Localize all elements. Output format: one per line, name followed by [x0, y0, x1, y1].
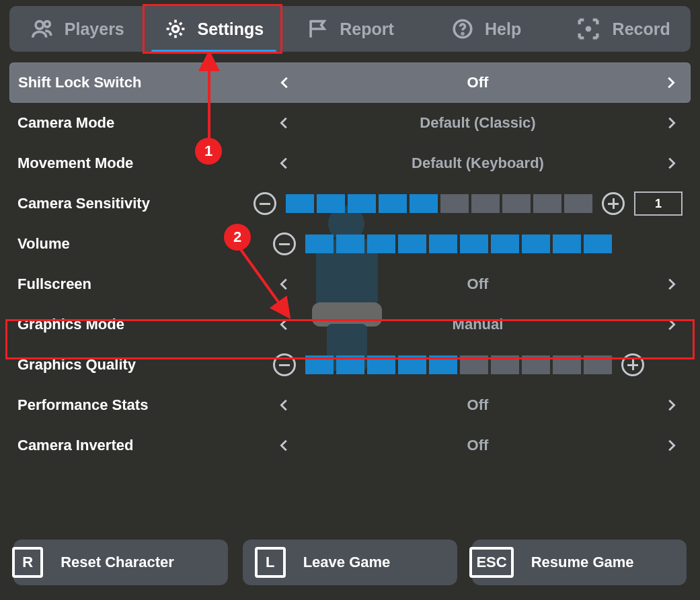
row-performance-stats-value[interactable]: Off	[296, 396, 660, 414]
graphics-quality-slider	[273, 353, 683, 376]
volume-slots[interactable]	[305, 234, 612, 253]
slider-slot[interactable]	[336, 355, 364, 374]
row-camera-mode-value[interactable]: Default (Classic)	[296, 114, 660, 132]
camera-sensitivity-slots[interactable]	[286, 194, 592, 213]
svg-point-1	[44, 22, 50, 28]
graphics-quality-slots[interactable]	[305, 355, 612, 374]
tab-report-label: Report	[340, 19, 394, 39]
svg-point-0	[36, 22, 43, 29]
slider-slot[interactable]	[460, 234, 488, 253]
chevron-left-icon[interactable]	[273, 152, 296, 175]
slider-slot[interactable]	[398, 355, 426, 374]
row-camera-mode-label: Camera Mode	[17, 114, 273, 132]
slider-slot[interactable]	[460, 355, 488, 374]
chevron-right-icon[interactable]	[660, 394, 683, 417]
slider-slot[interactable]	[429, 355, 457, 374]
row-shift-lock-label: Shift Lock Switch	[18, 74, 274, 91]
camera-sensitivity-number[interactable]: 1	[634, 191, 683, 216]
tab-report[interactable]: Report	[282, 6, 418, 52]
tab-settings[interactable]: Settings	[146, 6, 282, 52]
chevron-right-icon[interactable]	[660, 434, 683, 457]
row-camera-mode-control: Default (Classic)	[273, 112, 683, 134]
slider-slot[interactable]	[522, 355, 550, 374]
slider-slot[interactable]	[491, 355, 519, 374]
row-shift-lock-value[interactable]: Off	[297, 74, 659, 91]
resume-game-button[interactable]: ESC Resume Game	[472, 540, 687, 585]
slider-slot[interactable]	[286, 194, 314, 213]
svg-point-5	[585, 26, 591, 32]
row-fullscreen-label: Fullscreen	[17, 275, 273, 293]
row-fullscreen-value[interactable]: Off	[296, 275, 660, 293]
slider-slot[interactable]	[398, 234, 426, 253]
chevron-left-icon[interactable]	[274, 71, 297, 94]
chevron-right-icon[interactable]	[659, 71, 682, 94]
row-shift-lock-control: Off	[274, 71, 682, 94]
slider-slot[interactable]	[379, 194, 407, 213]
slider-slot[interactable]	[317, 194, 345, 213]
tab-players[interactable]: Players	[9, 6, 146, 52]
plus-icon[interactable]	[602, 192, 625, 215]
slider-slot[interactable]	[564, 194, 592, 213]
slider-slot[interactable]	[348, 194, 376, 213]
slider-slot[interactable]	[491, 234, 519, 253]
slider-slot[interactable]	[367, 234, 395, 253]
slider-slot[interactable]	[471, 194, 500, 213]
minus-icon[interactable]	[273, 353, 296, 376]
row-movement-mode-control: Default (Keyboard)	[273, 152, 683, 175]
slider-slot[interactable]	[553, 355, 581, 374]
row-volume: Volume	[9, 224, 691, 264]
settings-list: Shift Lock Switch Off Camera Mode Defaul…	[9, 62, 691, 466]
row-movement-mode: Movement Mode Default (Keyboard)	[9, 143, 691, 183]
chevron-left-icon[interactable]	[273, 434, 296, 457]
slider-slot[interactable]	[584, 234, 612, 253]
slider-slot[interactable]	[553, 234, 581, 253]
slider-slot[interactable]	[336, 234, 364, 253]
row-graphics-mode-label: Graphics Mode	[17, 316, 273, 333]
slider-slot[interactable]	[429, 234, 457, 253]
resume-game-label: Resume Game	[531, 554, 634, 571]
players-icon	[31, 17, 54, 40]
minus-icon[interactable]	[273, 232, 296, 255]
slider-slot[interactable]	[522, 234, 550, 253]
chevron-right-icon[interactable]	[660, 152, 683, 175]
tab-players-label: Players	[65, 19, 124, 39]
slider-slot[interactable]	[305, 355, 334, 374]
slider-slot[interactable]	[584, 355, 612, 374]
record-icon	[575, 15, 602, 42]
gear-icon	[164, 17, 187, 40]
row-performance-stats: Performance Stats Off	[9, 385, 691, 425]
row-graphics-mode-value[interactable]: Manual	[296, 316, 660, 333]
chevron-right-icon[interactable]	[660, 112, 683, 134]
row-fullscreen: Fullscreen Off	[9, 264, 691, 304]
slider-slot[interactable]	[305, 234, 334, 253]
plus-icon[interactable]	[621, 353, 644, 376]
row-camera-inverted-control: Off	[273, 434, 683, 457]
chevron-left-icon[interactable]	[273, 313, 296, 336]
tab-help[interactable]: Help	[418, 6, 555, 52]
slider-slot[interactable]	[440, 194, 469, 213]
key-r: R	[12, 547, 43, 578]
reset-character-button[interactable]: R Reset Character	[13, 540, 228, 585]
row-camera-inverted-label: Camera Inverted	[17, 437, 273, 454]
tab-record[interactable]: Record	[554, 6, 691, 52]
slider-slot[interactable]	[533, 194, 561, 213]
slider-slot[interactable]	[410, 194, 438, 213]
chevron-left-icon[interactable]	[273, 394, 296, 417]
slider-slot[interactable]	[502, 194, 531, 213]
key-esc: ESC	[469, 547, 513, 578]
minus-icon[interactable]	[254, 192, 276, 215]
tab-record-label: Record	[613, 19, 670, 39]
chevron-right-icon[interactable]	[660, 313, 683, 336]
leave-game-button[interactable]: L Leave Game	[243, 540, 457, 585]
help-icon	[451, 17, 474, 40]
slider-slot[interactable]	[367, 355, 395, 374]
key-l: L	[255, 547, 286, 578]
row-movement-mode-value[interactable]: Default (Keyboard)	[296, 155, 660, 172]
reset-character-label: Reset Character	[61, 554, 174, 571]
row-camera-inverted-value[interactable]: Off	[296, 437, 660, 454]
chevron-left-icon[interactable]	[273, 112, 296, 134]
row-movement-mode-label: Movement Mode	[17, 155, 273, 172]
chevron-right-icon[interactable]	[660, 273, 683, 296]
volume-slider	[273, 232, 683, 255]
chevron-left-icon[interactable]	[273, 273, 296, 296]
